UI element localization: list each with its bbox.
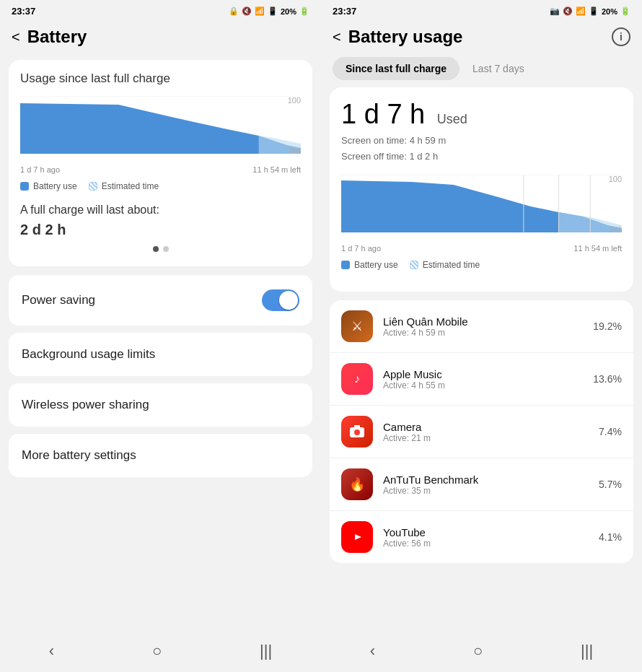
chart-label-end-left: 11 h 54 m left	[252, 165, 301, 174]
dot-1	[153, 246, 159, 252]
time-left: 23:37	[12, 6, 35, 17]
app-info: CameraActive: 21 m	[383, 421, 589, 443]
app-info: AnTuTu BenchmarkActive: 35 m	[383, 474, 589, 496]
toggle-knob	[279, 291, 298, 310]
page-title-right: Battery usage	[348, 27, 463, 47]
legend-battery-use-right: Battery use	[341, 260, 398, 270]
app-icon-camera	[341, 416, 373, 448]
nav-recent-left[interactable]: |||	[260, 642, 272, 660]
signal-icon-right: 📱	[589, 6, 599, 16]
app-icon-youtube	[341, 521, 373, 553]
status-icons-right: 📷 🔇 📶 📱 20% 🔋	[550, 6, 630, 16]
legend-dot-blue-right	[341, 261, 350, 269]
background-usage-item[interactable]: Background usage limits	[9, 333, 312, 376]
app-time: Active: 21 m	[383, 433, 589, 443]
nav-home-left[interactable]: ○	[152, 642, 162, 660]
legend-dot-light-right	[410, 261, 418, 269]
app-info: Apple MusicActive: 4 h 55 m	[383, 368, 583, 390]
battery-header: < Battery	[0, 19, 321, 57]
wifi-icon: 📶	[255, 6, 265, 16]
battery-usage-header: < Battery usage i	[321, 19, 642, 57]
nav-recent-right[interactable]: |||	[581, 642, 593, 660]
app-name: Apple Music	[383, 368, 583, 380]
app-item[interactable]: 🔥AnTuTu BenchmarkActive: 35 m5.7%	[330, 458, 633, 511]
app-icon-apple-music: ♪	[341, 363, 373, 395]
tab-last-7-days[interactable]: Last 7 days	[459, 57, 537, 80]
more-battery-item[interactable]: More battery settings	[9, 434, 312, 477]
app-item[interactable]: YouTubeActive: 56 m4.1%	[330, 511, 633, 563]
app-time: Active: 56 m	[383, 538, 589, 549]
app-info: Liên Quân MobileActive: 4 h 59 m	[383, 315, 583, 338]
nav-back-left[interactable]: ‹	[49, 642, 54, 660]
status-bar-right: 23:37 📷 🔇 📶 📱 20% 🔋	[321, 0, 642, 19]
legend-dot-blue-left	[20, 182, 29, 191]
page-title-left: Battery	[27, 27, 87, 47]
power-saving-toggle[interactable]	[262, 289, 299, 311]
app-item[interactable]: ⚔Liên Quân MobileActive: 4 h 59 m19.2%	[330, 300, 633, 353]
legend-right: Battery use Estimated time	[341, 260, 622, 270]
app-pct: 19.2%	[593, 320, 622, 332]
app-name: YouTube	[383, 526, 589, 538]
legend-dot-light-left	[89, 182, 97, 191]
wifi-icon-right: 📶	[576, 6, 586, 16]
svg-rect-14	[354, 425, 360, 428]
nav-bar-right: ‹ ○ |||	[321, 633, 642, 672]
svg-text:♪: ♪	[354, 372, 360, 385]
svg-point-13	[354, 429, 360, 435]
app-name: AnTuTu Benchmark	[383, 474, 589, 486]
wireless-power-item[interactable]: Wireless power sharing	[9, 383, 312, 427]
app-time: Active: 4 h 59 m	[383, 328, 583, 338]
chart-labels-right: 1 d 7 h ago 11 h 54 m left	[341, 244, 622, 253]
app-item[interactable]: CameraActive: 21 m7.4%	[330, 406, 633, 458]
svg-text:⚔: ⚔	[351, 319, 363, 333]
more-battery-label: More battery settings	[22, 448, 136, 463]
nav-bar-left: ‹ ○ |||	[0, 633, 321, 672]
status-bar-left: 23:37 🔒 🔇 📶 📱 20% 🔋	[0, 0, 321, 19]
app-time: Active: 4 h 55 m	[383, 380, 583, 390]
app-item[interactable]: ♪Apple MusicActive: 4 h 55 m13.6%	[330, 353, 633, 406]
back-button-left[interactable]: <	[12, 29, 20, 45]
nav-home-right[interactable]: ○	[473, 642, 483, 660]
battery-icon-left: 🔋	[299, 6, 309, 16]
tab-since-last-charge[interactable]: Since last full charge	[333, 57, 459, 80]
power-saving-label: Power saving	[22, 293, 95, 307]
legend-estimated-right: Estimated time	[410, 260, 480, 270]
app-pct: 7.4%	[599, 426, 622, 437]
right-scroll: 1 d 7 h Used Screen on time: 4 h 59 m Sc…	[321, 87, 642, 633]
background-usage-label: Background usage limits	[22, 347, 155, 362]
battery-chart-container-left: 100 0%	[20, 96, 301, 161]
chart-min-left: 0%	[289, 147, 301, 155]
app-time: Active: 35 m	[383, 486, 589, 496]
nav-back-right[interactable]: ‹	[370, 642, 375, 660]
dots-indicator	[20, 240, 301, 255]
battery-chart-container-right: 100 0%	[341, 175, 622, 240]
battery-svg-right	[341, 175, 622, 232]
app-icon-lien-quan: ⚔	[341, 310, 373, 342]
legend-left: Battery use Estimated time	[20, 181, 301, 191]
info-icon[interactable]: i	[612, 27, 630, 46]
camera-notif-icon: 📷	[550, 6, 560, 16]
app-pct: 13.6%	[593, 373, 622, 385]
status-icons-left: 🔒 🔇 📶 📱 20% 🔋	[229, 6, 309, 16]
chart-labels-left: 1 d 7 h ago 11 h 54 m left	[20, 165, 301, 174]
app-name: Liên Quân Mobile	[383, 315, 583, 328]
svg-text:🔥: 🔥	[349, 476, 366, 492]
app-info: YouTubeActive: 56 m	[383, 526, 589, 549]
battery-pct-left: 20%	[281, 7, 296, 16]
mute-icon: 🔇	[242, 6, 252, 16]
battery-icon-right: 🔋	[620, 6, 630, 16]
wireless-power-label: Wireless power sharing	[22, 398, 149, 412]
usage-card: Usage since last full charge 100 0% 1 d …	[9, 60, 312, 266]
back-button-right[interactable]: <	[333, 29, 341, 45]
app-pct: 5.7%	[599, 479, 622, 490]
settings-section: Power saving Background usage limits Wir…	[9, 275, 312, 477]
power-saving-item[interactable]: Power saving	[9, 275, 312, 326]
mute-icon-right: 🔇	[563, 6, 573, 16]
battery-pct-right: 20%	[602, 7, 617, 16]
chart-label-start-right: 1 d 7 h ago	[341, 244, 381, 253]
usage-summary-card: 1 d 7 h Used Screen on time: 4 h 59 m Sc…	[330, 87, 633, 292]
usage-detail: Screen on time: 4 h 59 m Screen off time…	[341, 133, 622, 165]
time-right: 23:37	[333, 6, 356, 17]
usage-card-title: Usage since last full charge	[20, 71, 301, 86]
chart-max-right: 100	[609, 175, 622, 183]
